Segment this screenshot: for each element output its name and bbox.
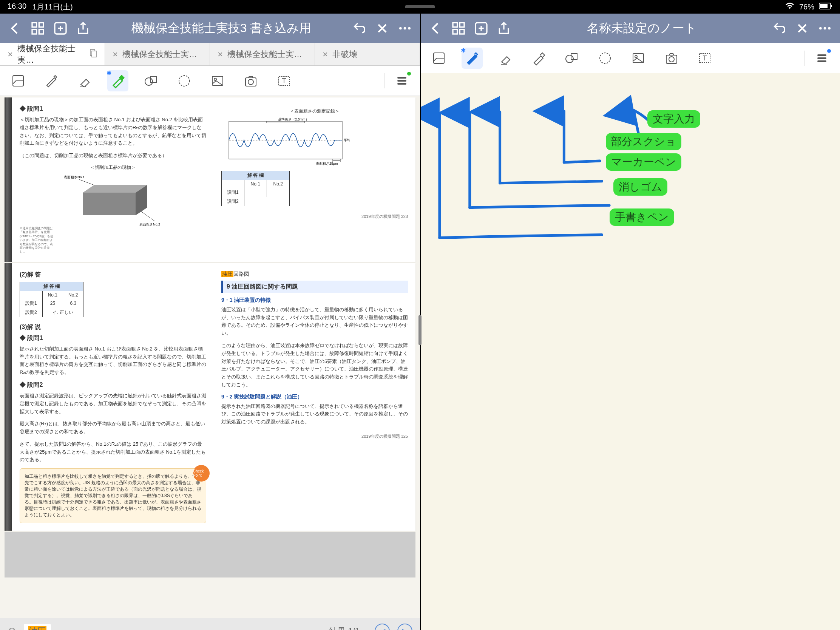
close-button[interactable]	[795, 21, 810, 36]
close-button[interactable]	[375, 21, 390, 36]
tab-4[interactable]: ×非破壊	[315, 43, 420, 65]
svg-rect-23	[397, 77, 406, 79]
back-button[interactable]	[428, 21, 444, 36]
text-tool[interactable]: T	[273, 70, 295, 92]
svg-line-26	[79, 179, 94, 185]
left-nav-bar: 機械保全技能士実技3 書き込み用	[0, 14, 420, 43]
svg-line-28	[141, 212, 155, 221]
lasso-tool[interactable]	[174, 70, 195, 92]
undo-button[interactable]	[352, 21, 367, 36]
search-close-button[interactable]: ⊗	[8, 625, 16, 630]
svg-point-52	[600, 53, 610, 63]
svg-text:表面粗さ25µm: 表面粗さ25µm	[316, 162, 338, 166]
status-date: 1月11日(土)	[33, 2, 73, 12]
document-viewer[interactable]: ◆ 設問1 ＜切削加工品の現物＞の加工面の表面粗さ No.1 および表面粗さ N…	[0, 96, 420, 618]
svg-rect-24	[397, 80, 406, 82]
svg-point-50	[566, 55, 573, 63]
share-button[interactable]	[496, 21, 512, 36]
svg-rect-3	[32, 23, 36, 27]
camera-tool[interactable]	[240, 70, 261, 92]
text-tool[interactable]: T	[694, 47, 715, 69]
battery-level: 76%	[799, 3, 814, 11]
annotation-screenshot: 部分スクショ	[606, 133, 681, 150]
search-result-count: 結果 1/1	[329, 625, 360, 630]
tab-close-icon[interactable]: ×	[112, 49, 118, 60]
tab-close-icon[interactable]: ×	[218, 49, 223, 60]
search-prev-button[interactable]: ◀	[375, 624, 390, 630]
answer-table-1: 解 答 欄 No.1No.2 設問1 設問2	[221, 171, 290, 206]
book-spine	[5, 263, 12, 531]
svg-point-9	[404, 27, 406, 30]
search-highlight: 油圧	[221, 271, 234, 277]
svg-point-56	[669, 57, 674, 62]
tab-close-icon[interactable]: ×	[322, 49, 328, 60]
add-button[interactable]	[474, 21, 489, 36]
annotation-marker: マーカーペン	[606, 153, 681, 171]
svg-rect-4	[39, 23, 43, 27]
lasso-tool[interactable]	[595, 47, 616, 69]
right-nav-bar: 名称未設定のノート	[421, 14, 840, 43]
tab-1[interactable]: ×機械保全技能士実…	[0, 43, 105, 65]
image-tool[interactable]	[207, 70, 228, 92]
annotation-eraser: 消しゴム	[613, 178, 667, 196]
more-button[interactable]	[817, 21, 832, 36]
view-mode-button[interactable]	[428, 47, 450, 69]
more-button[interactable]	[397, 21, 412, 36]
grid-button[interactable]	[451, 21, 466, 36]
svg-point-48	[828, 27, 831, 30]
tab-3[interactable]: ×機械保全技能士実…	[210, 43, 315, 65]
svg-point-54	[635, 55, 637, 58]
left-title: 機械保全技能士実技3 書き込み用	[98, 20, 344, 36]
svg-text:表面粗さNo.2: 表面粗さNo.2	[139, 223, 160, 226]
search-next-button[interactable]: ▶	[397, 624, 412, 630]
svg-text:T: T	[703, 54, 707, 62]
svg-rect-43	[453, 30, 457, 34]
grid-button[interactable]	[30, 21, 45, 36]
pen-tool[interactable]	[41, 70, 62, 92]
svg-rect-61	[817, 60, 826, 62]
share-button[interactable]	[76, 21, 91, 36]
highlighter-tool[interactable]	[528, 47, 549, 69]
multitask-grabber[interactable]	[405, 5, 435, 8]
view-mode-button[interactable]	[8, 70, 29, 92]
svg-point-47	[824, 27, 826, 30]
svg-text:平均線: 平均線	[344, 138, 350, 142]
search-term-chip[interactable]: 油圧	[24, 624, 51, 630]
options-button[interactable]	[391, 70, 412, 92]
status-time: 16:30	[8, 2, 27, 12]
svg-text:表面粗さNo.1: 表面粗さNo.1	[64, 175, 85, 179]
highlighter-tool[interactable]: ✱	[107, 70, 128, 92]
tab-2[interactable]: ×機械保全技能士実…	[105, 43, 210, 65]
annotation-text-input: 文字入力	[647, 110, 700, 128]
svg-point-46	[819, 27, 822, 30]
camera-tool[interactable]	[661, 47, 682, 69]
split-divider[interactable]	[418, 315, 422, 345]
tab-close-icon[interactable]: ×	[8, 49, 13, 60]
svg-text:基準長さ（2.5mm）: 基準長さ（2.5mm）	[278, 117, 309, 121]
undo-button[interactable]	[772, 21, 787, 36]
svg-point-14	[145, 78, 153, 85]
image-tool[interactable]	[628, 47, 649, 69]
svg-point-16	[179, 76, 189, 86]
back-button[interactable]	[8, 21, 23, 36]
svg-rect-2	[831, 5, 832, 7]
svg-rect-60	[817, 57, 826, 59]
add-button[interactable]	[53, 21, 68, 36]
eraser-tool[interactable]	[495, 47, 516, 69]
svg-rect-44	[459, 30, 464, 34]
eraser-tool[interactable]	[74, 70, 95, 92]
right-toolbar: ✱ T	[421, 43, 840, 73]
left-toolbar: ✱ T	[0, 66, 420, 96]
options-button[interactable]	[811, 47, 832, 69]
callout-box: Check Point 加工品と粗さ標準片を比較して粗さを触覚で判定するとき、指…	[20, 468, 206, 523]
shape-tool[interactable]	[141, 70, 162, 92]
svg-point-8	[399, 27, 402, 30]
shape-tool[interactable]	[561, 47, 583, 69]
svg-point-18	[214, 78, 216, 81]
right-title: 名称未設定のノート	[519, 20, 764, 36]
answer-table-2: 解 答 欄 No.1No.2 設問1256.3 設問2イ. 正しい	[20, 282, 84, 317]
svg-rect-51	[571, 54, 577, 60]
pen-tool[interactable]: ✱	[461, 47, 483, 69]
note-canvas[interactable]: 文字入力 部分スクショ マーカーペン 消しゴム 手書きペン	[421, 73, 840, 630]
svg-rect-6	[39, 30, 43, 34]
